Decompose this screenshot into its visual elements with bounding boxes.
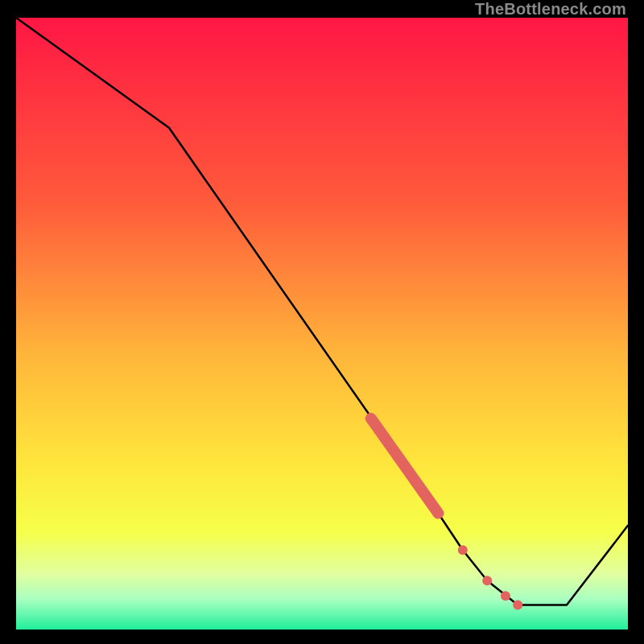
marker-dot-1 bbox=[482, 576, 492, 585]
bottleneck-chart bbox=[16, 18, 628, 630]
marker-dot-3 bbox=[513, 601, 522, 610]
marker-dot-0 bbox=[458, 545, 468, 555]
chart-frame bbox=[16, 18, 628, 630]
marker-dot-2 bbox=[501, 591, 510, 601]
gradient-bg bbox=[16, 18, 628, 630]
watermark-text: TheBottleneck.com bbox=[475, 0, 626, 19]
